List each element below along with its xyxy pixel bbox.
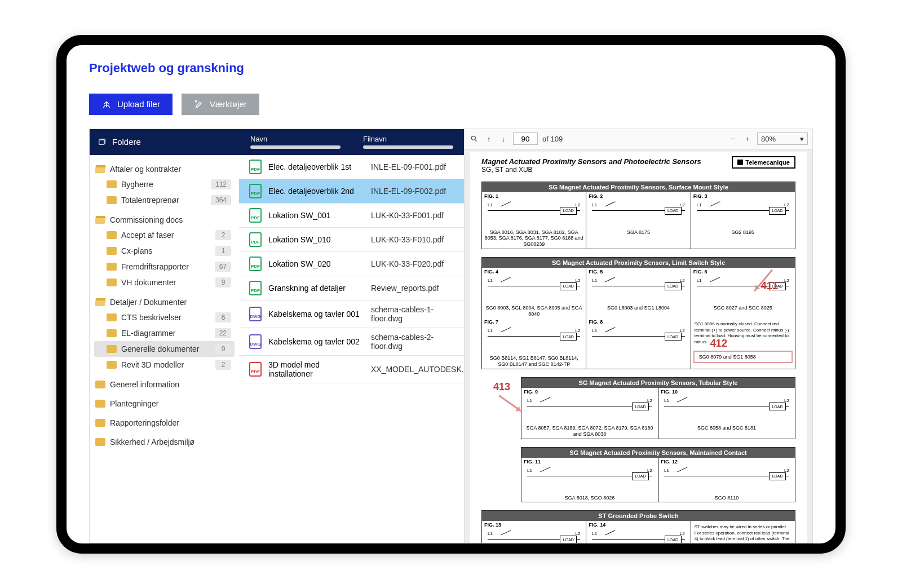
zoom-select[interactable]: 80%▾ bbox=[757, 132, 808, 145]
col-name: Navn bbox=[250, 135, 341, 143]
search-icon[interactable] bbox=[469, 134, 479, 144]
file-row[interactable]: PDFGranskning af detaljerReview_reports.… bbox=[239, 276, 464, 300]
file-row[interactable]: DWGKabelskema og tavler 001schema-cables… bbox=[239, 300, 464, 328]
folder-icon bbox=[107, 329, 117, 337]
folder-icon bbox=[107, 345, 117, 353]
page-number-input[interactable] bbox=[513, 132, 538, 145]
file-row[interactable]: DWGKabelskema og tavler 002schema-cables… bbox=[239, 328, 464, 356]
folder-item[interactable]: Accept af faser2 bbox=[94, 227, 235, 243]
diagram-cell: FIG. 9LOADL1L2SGA 8057, SGA 8189, SGA 80… bbox=[521, 388, 658, 439]
folder-item[interactable]: Aftaler og kontrakter bbox=[94, 162, 235, 176]
diagram-cell: FIG. 10LOADL1L2SGC 8058 and SGC 8181 bbox=[658, 388, 795, 439]
file-type-icon: PDF bbox=[249, 232, 262, 247]
file-row[interactable]: PDFElec. detaljeoverblik 1stINLE-EL-09-F… bbox=[239, 155, 464, 179]
file-filename: schema-cables-2-floor.dwg bbox=[371, 333, 454, 351]
file-type-icon: PDF bbox=[249, 257, 262, 271]
document-surface[interactable]: Magnet Actuated Proximity Sensors and Ph… bbox=[465, 149, 812, 543]
file-name: Lokation SW_020 bbox=[268, 259, 364, 268]
folder-item[interactable]: CTS beskrivelser6 bbox=[94, 310, 235, 325]
folder-tree[interactable]: Aftaler og kontrakterBygherre112Totalent… bbox=[90, 155, 239, 456]
folder-item[interactable]: EL-diagrammer22 bbox=[94, 325, 235, 341]
file-type-icon: PDF bbox=[249, 160, 262, 174]
section-title: SG Magnet Actuated Proximity Sensors, Li… bbox=[482, 258, 795, 268]
tools-button[interactable]: Værktøjer bbox=[182, 94, 259, 115]
folder-item[interactable]: Fremdriftsrapporter67 bbox=[94, 259, 235, 275]
folder-count-badge: 2 bbox=[215, 230, 231, 240]
file-filename: INLE-EL-09-F001.pdf bbox=[371, 162, 454, 171]
diagram-cell: FIG. 3LOADL1L2SG2 8195 bbox=[691, 192, 795, 249]
folder-item[interactable]: Commissioning docs bbox=[94, 213, 235, 227]
svg-point-1 bbox=[471, 136, 475, 140]
file-filename: LUK-K0-33-F020.pdf bbox=[371, 259, 454, 268]
folder-item[interactable]: Bygherre112 bbox=[94, 176, 235, 192]
folder-item[interactable]: Detaljer / Dokumenter bbox=[94, 295, 235, 310]
workspace: Foldere Aftaler og kontrakterBygherre112… bbox=[89, 129, 813, 543]
tablet-frame: Projektweb og granskning Upload filer Væ… bbox=[56, 35, 846, 554]
chevron-down-icon: ▾ bbox=[800, 135, 804, 143]
folder-panel: Foldere Aftaler og kontrakterBygherre112… bbox=[90, 129, 239, 543]
folder-label: Revit 3D modeller bbox=[121, 360, 184, 369]
file-row[interactable]: PDF3D model med installationerXX_MODEL_A… bbox=[239, 356, 464, 383]
section-title: SG Magnet Actuated Proximity Sensors, Tu… bbox=[521, 378, 795, 388]
folder-count-badge: 2 bbox=[215, 360, 231, 370]
diagram-cell: SG1 8056 is normally closed. Connect red… bbox=[691, 318, 795, 369]
folder-item[interactable]: Plantegninger bbox=[94, 396, 235, 411]
file-row[interactable]: PDFLokation SW_001LUK-K0-33-F001.pdf bbox=[239, 204, 464, 228]
diagram-cell: FIG. 7LOADL1L2SG0 B8114, SG1 B8147, SG0 … bbox=[482, 318, 586, 369]
prev-page-icon[interactable]: ↑ bbox=[484, 134, 494, 144]
folder-item[interactable]: Totalentreprenør364 bbox=[94, 192, 235, 208]
folder-icon bbox=[107, 278, 117, 286]
file-row[interactable]: PDFElec. detaljeoverblik 2ndINLE-EL-09-F… bbox=[239, 179, 464, 204]
folders-icon bbox=[98, 138, 107, 147]
file-name: Kabelskema og tavler 001 bbox=[268, 310, 364, 319]
file-filename: schema-cables-1-floor.dwg bbox=[371, 305, 454, 323]
folder-item[interactable]: Revit 3D modeller2 bbox=[94, 357, 235, 373]
folder-item[interactable]: Generelle dokumenter9 bbox=[94, 341, 235, 357]
file-name: 3D model med installationer bbox=[268, 360, 364, 378]
next-page-icon[interactable]: ↓ bbox=[498, 134, 509, 144]
folder-item[interactable]: Rapporteringsfolder bbox=[94, 415, 235, 430]
diagram-cell: FIG. 6LOADL1L2SGC 8027 and SGC 8025 bbox=[691, 268, 795, 319]
diagram-cell: FIG. 1LOADL1L2SGA 8016, SGA 8031, SGA 81… bbox=[482, 192, 586, 249]
folder-icon bbox=[95, 165, 105, 173]
folder-label: Bygherre bbox=[121, 180, 153, 189]
viewer-panel: ↑ ↓ of 109 − + 80%▾ Magnet Actuated Prox… bbox=[465, 129, 812, 543]
section-title: SG Magnet Actuated Proximity Sensors, Su… bbox=[482, 182, 795, 192]
file-type-icon: PDF bbox=[249, 281, 262, 295]
file-panel-header: Navn Filnavn bbox=[239, 129, 464, 155]
file-row[interactable]: PDFLokation SW_010LUK-K0-33-F010.pdf bbox=[239, 228, 464, 252]
file-filename: Review_reports.pdf bbox=[371, 284, 454, 293]
file-name: Elec. detaljeoverblik 2nd bbox=[268, 187, 364, 196]
folder-label: Rapporteringsfolder bbox=[110, 418, 179, 427]
folder-icon bbox=[107, 231, 117, 239]
file-type-icon: DWG bbox=[249, 307, 262, 321]
folder-icon bbox=[107, 247, 117, 255]
file-list[interactable]: PDFElec. detaljeoverblik 1stINLE-EL-09-F… bbox=[239, 155, 464, 543]
zoom-out-icon[interactable]: − bbox=[728, 134, 738, 144]
tools-icon bbox=[194, 99, 204, 109]
folder-label: VH dokumenter bbox=[121, 278, 176, 287]
folder-icon bbox=[95, 438, 105, 446]
folder-label: Generel information bbox=[110, 380, 179, 389]
folder-item[interactable]: Sikkerhed / Arbejdsmiljø bbox=[94, 435, 235, 449]
file-row[interactable]: PDFLokation SW_020LUK-K0-33-F020.pdf bbox=[239, 252, 464, 276]
tools-label: Værktøjer bbox=[210, 99, 247, 109]
upload-files-button[interactable]: Upload filer bbox=[89, 94, 173, 115]
folder-count-badge: 112 bbox=[211, 179, 231, 189]
folder-item[interactable]: Cx-plans1 bbox=[94, 243, 235, 259]
upload-icon bbox=[101, 99, 112, 109]
page-of-label: of 109 bbox=[542, 135, 563, 143]
folder-icon bbox=[95, 400, 105, 408]
file-filename: LUK-K0-33-F010.pdf bbox=[371, 235, 454, 244]
zoom-in-icon[interactable]: + bbox=[742, 134, 753, 144]
col-filename: Filnavn bbox=[363, 135, 453, 143]
diagram-section: ST Grounded Probe SwitchFIG. 13LOADL1L2C… bbox=[481, 510, 795, 542]
folder-icon bbox=[107, 196, 117, 204]
diagram-cell: FIG. 11LOADL1L2SGA 8018, SGO 8026 bbox=[521, 458, 658, 502]
diagram-section: SG Magnet Actuated Proximity Sensors, Li… bbox=[481, 257, 795, 369]
folder-item[interactable]: VH dokumenter9 bbox=[94, 275, 235, 290]
diagram-section: SG Magnet Actuated Proximity Sensors, Tu… bbox=[521, 377, 795, 439]
file-type-icon: DWG bbox=[249, 334, 262, 349]
folder-item[interactable]: Generel information bbox=[94, 377, 235, 392]
folder-label: Fremdriftsrapporter bbox=[121, 262, 189, 271]
